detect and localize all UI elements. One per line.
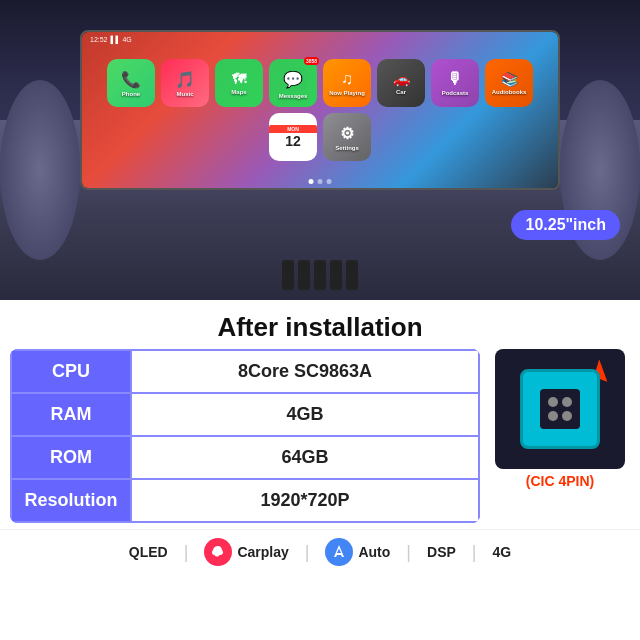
pin-4 — [562, 411, 572, 421]
auto-icon — [325, 538, 353, 566]
spec-label-rom: ROM — [11, 436, 131, 479]
app-messages: 💬 3858 Messages — [269, 59, 317, 107]
status-signal: ▌▌ 4G — [111, 36, 132, 43]
status-time: 12:52 — [90, 36, 108, 43]
car-screen: 12:52 ▌▌ 4G 📞 Phone 🎵 Music 🗺 Maps — [80, 30, 560, 190]
app-phone: 📞 Phone — [107, 59, 155, 107]
bottom-item-dsp: DSP — [427, 544, 456, 560]
dsp-label: DSP — [427, 544, 456, 560]
spec-label-cpu: CPU — [11, 350, 131, 393]
car-photo-section: 12:52 ▌▌ 4G 📞 Phone 🎵 Music 🗺 Maps — [0, 0, 640, 300]
connector-image: ➤ — [495, 349, 625, 469]
pin-3 — [548, 411, 558, 421]
spec-row-ram: RAM 4GB — [11, 393, 479, 436]
connector-plug — [520, 369, 600, 449]
dashboard-left — [0, 80, 80, 260]
spec-value-cpu: 8Core SC9863A — [131, 350, 479, 393]
spec-value-rom: 64GB — [131, 436, 479, 479]
4g-label: 4G — [493, 544, 512, 560]
divider-4: | — [472, 542, 477, 563]
plug-pins-grid — [548, 397, 572, 421]
connector-section: ➤ (CIC 4PIN) — [490, 349, 630, 489]
specs-connector-wrapper: CPU 8Core SC9863A RAM 4GB ROM 64GB Resol… — [0, 349, 640, 523]
dot-indicators — [309, 179, 332, 184]
app-car: 🚗 Car — [377, 59, 425, 107]
bottom-item-qled: QLED — [129, 544, 168, 560]
carplay-label: Carplay — [237, 544, 288, 560]
after-install-section: After installation CPU 8Core SC9863A RAM… — [0, 300, 640, 578]
spec-row-resolution: Resolution 1920*720P — [11, 479, 479, 522]
spec-row-rom: ROM 64GB — [11, 436, 479, 479]
screen-size-badge: 10.25"inch — [511, 210, 620, 240]
pin-1 — [548, 397, 558, 407]
section-title: After installation — [0, 312, 640, 343]
app-settings: ⚙ Settings — [323, 113, 371, 161]
spec-row-cpu: CPU 8Core SC9863A — [11, 350, 479, 393]
bottom-item-carplay: Carplay — [204, 538, 288, 566]
connector-pins-area — [540, 389, 580, 429]
pin-2 — [562, 397, 572, 407]
spec-value-resolution: 1920*720P — [131, 479, 479, 522]
auto-label: Auto — [358, 544, 390, 560]
app-podcasts: 🎙 Podcasts — [431, 59, 479, 107]
divider-3: | — [406, 542, 411, 563]
specs-table: CPU 8Core SC9863A RAM 4GB ROM 64GB Resol… — [10, 349, 480, 523]
bottom-item-4g: 4G — [493, 544, 512, 560]
spec-label-resolution: Resolution — [11, 479, 131, 522]
bottom-item-auto: Auto — [325, 538, 390, 566]
qled-label: QLED — [129, 544, 168, 560]
center-vents — [282, 260, 358, 290]
screen-content: 12:52 ▌▌ 4G 📞 Phone 🎵 Music 🗺 Maps — [82, 32, 558, 188]
app-music: 🎵 Music — [161, 59, 209, 107]
divider-1: | — [184, 542, 189, 563]
status-bar: 12:52 ▌▌ 4G — [90, 36, 132, 43]
app-grid: 📞 Phone 🎵 Music 🗺 Maps 💬 3858 Messages — [82, 49, 558, 171]
app-calendar: MON 12 — [269, 113, 317, 161]
bottom-bar: QLED | Carplay | Auto | DSP | 4G — [0, 529, 640, 574]
spec-label-ram: RAM — [11, 393, 131, 436]
app-audiobooks: 📚 Audiobooks — [485, 59, 533, 107]
app-maps: 🗺 Maps — [215, 59, 263, 107]
carplay-icon — [204, 538, 232, 566]
spec-value-ram: 4GB — [131, 393, 479, 436]
connector-label: (CIC 4PIN) — [526, 473, 594, 489]
app-nowplaying: ♫ Now Playing — [323, 59, 371, 107]
divider-2: | — [305, 542, 310, 563]
